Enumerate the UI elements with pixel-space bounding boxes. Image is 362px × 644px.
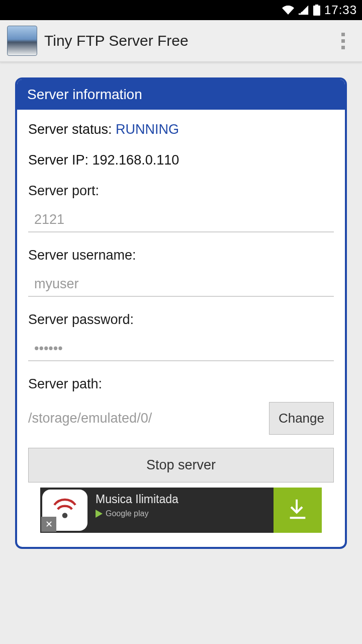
server-info-card: Server information Server status: RUNNIN… [15,77,347,549]
server-ip-value: 192.168.0.110 [93,152,179,168]
download-icon [286,498,309,523]
server-status-row: Server status: RUNNING [28,122,334,137]
ad-title: Musica Ilimitada [96,493,267,506]
android-status-bar: 17:33 [0,0,362,20]
overflow-dot-icon [341,46,345,49]
google-play-icon [96,510,103,518]
ad-text: Musica Ilimitada Google play [89,488,274,533]
app-action-bar: Tiny FTP Server Free [0,20,362,62]
status-clock: 17:33 [324,3,357,17]
server-ip-label: Server IP: [28,152,93,168]
server-username-row: Server username: [28,248,334,297]
overflow-dot-icon [341,33,345,36]
app-icon [7,26,37,56]
server-username-label: Server username: [28,248,334,263]
server-status-label: Server status: [28,122,116,137]
stop-server-button[interactable]: Stop server [28,448,334,482]
card-body: Server status: RUNNING Server IP: 192.16… [17,110,345,547]
server-path-row: Server path: /storage/emulated/0/ Change [28,376,334,435]
app-title: Tiny FTP Server Free [44,32,189,49]
battery-icon [313,5,320,16]
close-icon: ✕ [45,519,53,530]
ad-banner[interactable]: ✕ Musica Ilimitada Google play [40,488,322,533]
server-port-input[interactable] [28,209,334,232]
server-port-label: Server port: [28,183,334,199]
server-port-row: Server port: [28,183,334,232]
cell-signal-icon [298,5,309,16]
wifi-icon [282,4,294,16]
ad-store-row: Google play [96,509,267,518]
server-password-row: Server password: [28,312,334,361]
change-path-button[interactable]: Change [269,402,334,435]
server-path-value: /storage/emulated/0/ [28,411,263,426]
server-path-label: Server path: [28,376,334,392]
server-password-input[interactable] [28,338,334,361]
svg-point-0 [62,513,68,518]
ad-app-icon: ✕ [42,490,87,531]
server-username-input[interactable] [28,273,334,297]
server-password-label: Server password: [28,312,334,328]
server-status-value: RUNNING [116,122,179,137]
ad-store-label: Google play [106,509,148,518]
ad-close-button[interactable]: ✕ [41,517,56,532]
ad-download-button[interactable] [274,488,322,533]
overflow-dot-icon [341,39,345,43]
server-ip-row: Server IP: 192.168.0.110 [28,152,334,168]
overflow-menu-button[interactable] [331,29,355,53]
card-header: Server information [17,79,345,110]
